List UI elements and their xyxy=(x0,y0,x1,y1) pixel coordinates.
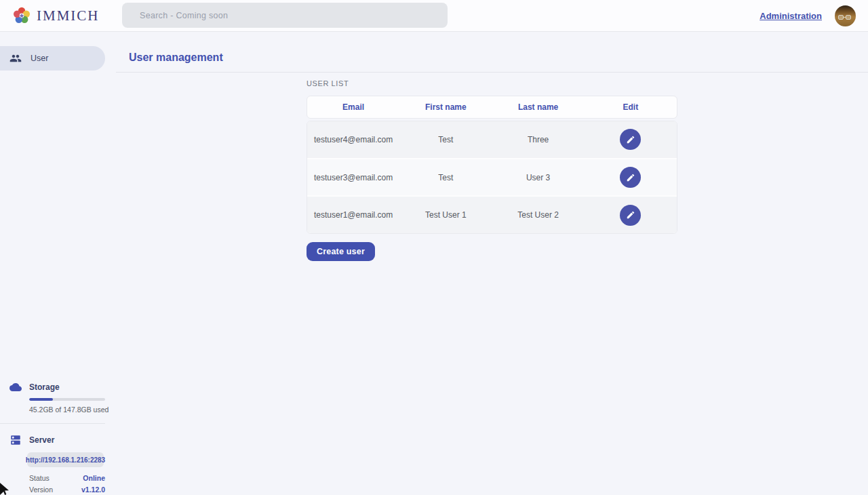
cell-first-name: Test xyxy=(399,135,492,144)
storage-usage-text: 45.2GB of 147.8GB used xyxy=(29,405,116,414)
administration-link[interactable]: Administration xyxy=(760,11,822,21)
column-header-email: Email xyxy=(307,102,399,112)
app-logo[interactable]: IMMICH xyxy=(12,6,100,25)
page-title: User management xyxy=(129,52,223,64)
server-version-row: Version v1.12.0 xyxy=(29,483,105,495)
main-content: User management USER LIST Email First na… xyxy=(116,32,868,495)
top-bar: IMMICH Administration xyxy=(0,0,868,32)
cloud-icon xyxy=(9,381,22,393)
server-section: Server http://192.168.1.216:2283 Status … xyxy=(0,434,116,495)
pencil-icon xyxy=(626,173,635,182)
server-title: Server xyxy=(29,435,54,445)
column-header-last-name: Last name xyxy=(492,102,585,112)
status-badge: Online xyxy=(83,474,105,482)
cell-email: testuser3@email.com xyxy=(307,173,399,182)
sidebar-footer: Storage 45.2GB of 147.8GB used Server ht… xyxy=(0,381,116,495)
edit-user-button[interactable] xyxy=(620,129,641,150)
cell-last-name: Test User 2 xyxy=(492,210,585,220)
people-icon xyxy=(9,52,22,64)
cell-first-name: Test xyxy=(399,173,492,182)
server-section-header: Server xyxy=(0,434,116,446)
user-list-label: USER LIST xyxy=(307,79,349,87)
avatar-glasses-decoration xyxy=(838,14,852,20)
storage-section-header: Storage xyxy=(0,381,116,393)
storage-progress-fill xyxy=(29,398,53,401)
status-label: Status xyxy=(29,474,50,482)
pencil-icon xyxy=(626,210,635,220)
user-table-header: Email First name Last name Edit xyxy=(307,96,677,119)
edit-user-button[interactable] xyxy=(620,167,641,188)
column-header-edit: Edit xyxy=(585,102,677,112)
server-url-badge: http://192.168.1.216:2283 xyxy=(27,452,104,467)
user-table-body: testuser4@email.com Test Three testuser3… xyxy=(307,121,677,234)
create-user-button[interactable]: Create user xyxy=(307,242,375,261)
immich-flower-icon xyxy=(12,6,31,25)
version-value: v1.12.0 xyxy=(81,486,105,494)
cell-email: testuser4@email.com xyxy=(307,135,399,144)
search-input[interactable] xyxy=(122,3,448,28)
sidebar: User Storage 45.2GB of 147.8GB used Serv… xyxy=(0,32,116,495)
table-row: testuser3@email.com Test User 3 xyxy=(307,158,677,196)
logo-wordmark: IMMICH xyxy=(37,7,100,24)
cell-email: testuser1@email.com xyxy=(307,210,399,220)
table-row: testuser4@email.com Test Three xyxy=(307,121,677,158)
server-url: http://192.168.1.216:2283 xyxy=(26,456,105,464)
sidebar-item-user[interactable]: User xyxy=(0,46,105,71)
cell-last-name: User 3 xyxy=(492,173,585,182)
cell-first-name: Test User 1 xyxy=(399,210,492,220)
column-header-first-name: First name xyxy=(399,102,492,112)
storage-title: Storage xyxy=(29,382,60,392)
table-row: testuser1@email.com Test User 1 Test Use… xyxy=(307,195,677,233)
user-avatar[interactable] xyxy=(835,5,856,26)
server-status-row: Status Online xyxy=(29,472,105,483)
title-divider xyxy=(116,72,868,73)
edit-user-button[interactable] xyxy=(620,205,641,226)
pencil-icon xyxy=(626,135,635,144)
sidebar-divider xyxy=(0,423,105,424)
version-label: Version xyxy=(29,486,53,494)
cell-last-name: Three xyxy=(492,135,585,144)
dns-icon xyxy=(9,434,22,446)
sidebar-item-label: User xyxy=(31,54,48,63)
storage-progress-bar xyxy=(29,398,105,401)
